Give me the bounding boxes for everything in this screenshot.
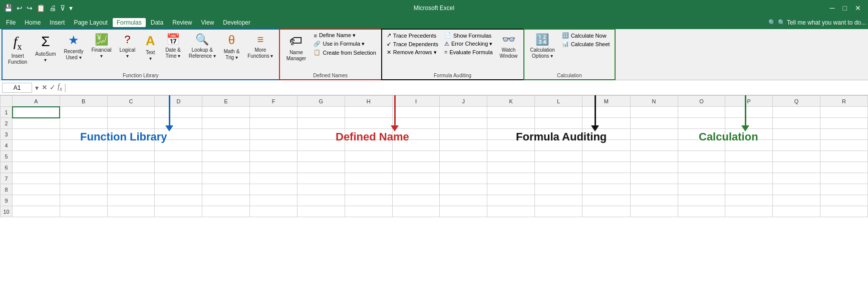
- cell-Q4[interactable]: [773, 140, 820, 151]
- cell-L6[interactable]: [535, 162, 583, 173]
- col-header-i[interactable]: I: [392, 96, 440, 107]
- cell-J5[interactable]: [440, 151, 487, 162]
- formula-fx-icon[interactable]: fx: [58, 83, 62, 92]
- cell-H9[interactable]: [345, 195, 392, 206]
- cell-N7[interactable]: [630, 173, 678, 184]
- cell-J1[interactable]: [440, 107, 487, 118]
- cell-D2[interactable]: [155, 118, 202, 129]
- menu-review[interactable]: Review: [168, 18, 196, 27]
- cell-Q8[interactable]: [773, 184, 820, 195]
- cell-J3[interactable]: [440, 129, 487, 140]
- cell-K3[interactable]: [487, 129, 535, 140]
- formula-cancel-icon[interactable]: ✕: [42, 83, 48, 91]
- col-header-o[interactable]: O: [678, 96, 725, 107]
- define-name-button[interactable]: ≡ Define Name ▾: [312, 31, 378, 40]
- cell-K4[interactable]: [487, 140, 535, 151]
- recently-used-button[interactable]: ★ RecentlyUsed ▾: [61, 31, 87, 67]
- cell-H7[interactable]: [345, 173, 392, 184]
- cell-H1[interactable]: [345, 107, 392, 118]
- cell-O6[interactable]: [678, 162, 725, 173]
- cell-K7[interactable]: [487, 173, 535, 184]
- show-formulas-button[interactable]: 📄 Show Formulas: [442, 31, 495, 40]
- cell-G7[interactable]: [297, 173, 345, 184]
- cell-I7[interactable]: [392, 173, 440, 184]
- cell-N3[interactable]: [630, 129, 678, 140]
- cell-Q1[interactable]: [773, 107, 820, 118]
- redo-icon[interactable]: ↪: [27, 4, 33, 12]
- error-checking-button[interactable]: ⚠ Error Checking ▾: [442, 40, 495, 48]
- cell-K9[interactable]: [487, 195, 535, 206]
- cell-R6[interactable]: [820, 162, 867, 173]
- cell-I6[interactable]: [392, 162, 440, 173]
- calculate-sheet-button[interactable]: 📊 Calculate Sheet: [560, 40, 612, 48]
- cell-H10[interactable]: [345, 206, 392, 217]
- cell-E3[interactable]: [202, 129, 250, 140]
- cell-D8[interactable]: [155, 184, 202, 195]
- cell-P9[interactable]: [725, 195, 773, 206]
- cell-R1[interactable]: [820, 107, 867, 118]
- cell-D10[interactable]: [155, 206, 202, 217]
- lookup-reference-button[interactable]: 🔍 Lookup &Reference ▾: [186, 31, 219, 67]
- cell-G9[interactable]: [297, 195, 345, 206]
- cell-R3[interactable]: [820, 129, 867, 140]
- cell-J10[interactable]: [440, 206, 487, 217]
- evaluate-formula-button[interactable]: = Evaluate Formula: [442, 48, 495, 56]
- cell-J6[interactable]: [440, 162, 487, 173]
- cell-M5[interactable]: [582, 151, 630, 162]
- cell-Q7[interactable]: [773, 173, 820, 184]
- cell-H8[interactable]: [345, 184, 392, 195]
- col-header-q[interactable]: Q: [773, 96, 820, 107]
- cell-J9[interactable]: [440, 195, 487, 206]
- cell-F1[interactable]: [250, 107, 298, 118]
- cell-K10[interactable]: [487, 206, 535, 217]
- cell-reference-input[interactable]: [2, 83, 32, 93]
- cell-D5[interactable]: [155, 151, 202, 162]
- cell-B2[interactable]: [60, 118, 107, 129]
- menu-formulas[interactable]: Formulas: [113, 18, 146, 27]
- cell-G3[interactable]: [297, 129, 345, 140]
- cell-F3[interactable]: [250, 129, 298, 140]
- col-header-p[interactable]: P: [725, 96, 773, 107]
- insert-function-button[interactable]: fx InsertFunction: [5, 31, 30, 67]
- cell-O1[interactable]: [678, 107, 725, 118]
- cell-F7[interactable]: [250, 173, 298, 184]
- financial-button[interactable]: 💹 Financial▾: [88, 31, 114, 67]
- cell-M6[interactable]: [582, 162, 630, 173]
- cell-P3[interactable]: [725, 129, 773, 140]
- cell-B7[interactable]: [60, 173, 107, 184]
- cell-A8[interactable]: [13, 184, 60, 195]
- filter-icon[interactable]: ⊽: [60, 4, 65, 12]
- menu-file[interactable]: File: [2, 18, 20, 27]
- cell-N5[interactable]: [630, 151, 678, 162]
- cell-L4[interactable]: [535, 140, 583, 151]
- remove-arrows-button[interactable]: ✕ Remove Arrows ▾: [385, 48, 440, 57]
- cell-F2[interactable]: [250, 118, 298, 129]
- cell-P2[interactable]: [725, 118, 773, 129]
- col-header-a[interactable]: A: [13, 96, 60, 107]
- cell-K2[interactable]: [487, 118, 535, 129]
- more-icon[interactable]: ▾: [69, 4, 73, 12]
- col-header-e[interactable]: E: [202, 96, 250, 107]
- cell-D6[interactable]: [155, 162, 202, 173]
- col-header-n[interactable]: N: [630, 96, 678, 107]
- logical-button[interactable]: ? Logical▾: [116, 31, 138, 67]
- cell-C2[interactable]: [107, 118, 155, 129]
- use-in-formula-button[interactable]: 🔗 Use in Formula ▾: [312, 40, 378, 48]
- cell-C1[interactable]: [107, 107, 155, 118]
- cell-A9[interactable]: [13, 195, 60, 206]
- col-header-h[interactable]: H: [345, 96, 392, 107]
- cell-C9[interactable]: [107, 195, 155, 206]
- more-functions-button[interactable]: ≡ MoreFunctions ▾: [244, 31, 276, 67]
- cell-G1[interactable]: [297, 107, 345, 118]
- cell-I10[interactable]: [392, 206, 440, 217]
- autosum-button[interactable]: Σ AutoSum▾: [32, 31, 59, 67]
- cell-M2[interactable]: [582, 118, 630, 129]
- cell-C5[interactable]: [107, 151, 155, 162]
- cell-B3[interactable]: [60, 129, 107, 140]
- cell-B6[interactable]: [60, 162, 107, 173]
- cell-R9[interactable]: [820, 195, 867, 206]
- cell-I9[interactable]: [392, 195, 440, 206]
- cell-M4[interactable]: [582, 140, 630, 151]
- cell-M8[interactable]: [582, 184, 630, 195]
- cell-N9[interactable]: [630, 195, 678, 206]
